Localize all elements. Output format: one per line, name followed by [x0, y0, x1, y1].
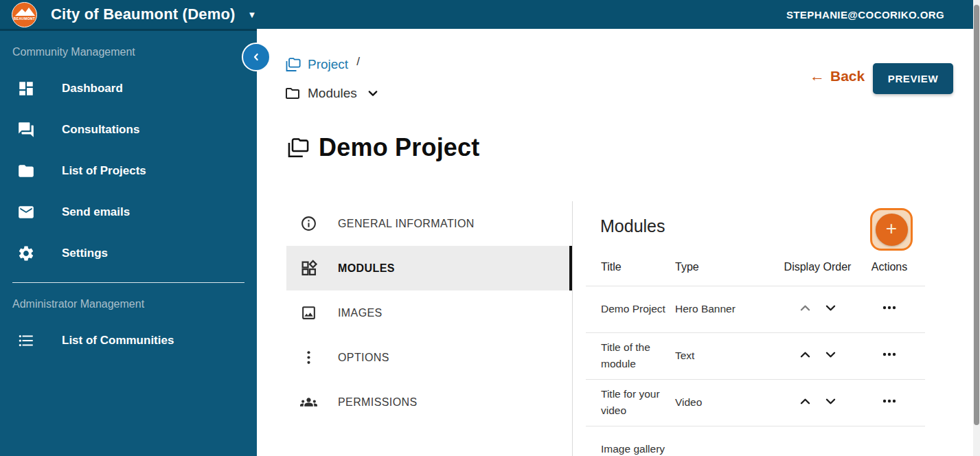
module-type: Hero Banner: [675, 286, 782, 332]
table-row: Demo Project Hero Banner: [586, 286, 925, 332]
logo-label: BEAUMONT: [12, 16, 36, 21]
tab-images[interactable]: IMAGES: [286, 290, 572, 335]
module-type: Video: [675, 379, 782, 426]
info-icon: [300, 215, 317, 232]
beaumont-logo: BEAUMONT: [12, 2, 37, 27]
stacked-folders-icon: [286, 136, 309, 159]
folder-outline-icon: [284, 85, 301, 102]
move-up-icon: [799, 301, 812, 315]
sidebar-item-consultations[interactable]: Consultations: [0, 109, 257, 150]
sidebar-section-community-management: Community Management: [0, 31, 257, 58]
breadcrumb-project-link[interactable]: Project: [308, 57, 348, 72]
move-down-icon[interactable]: [824, 348, 837, 361]
chat-icon: [17, 121, 35, 139]
mountain-icon: [23, 8, 35, 16]
tab-permissions[interactable]: PERMISSIONS: [286, 380, 572, 424]
image-icon: [300, 304, 317, 321]
vertical-divider: [572, 201, 573, 456]
sidebar-item-list-of-projects[interactable]: List of Projects: [0, 150, 257, 192]
breadcrumb: Project /: [284, 56, 360, 73]
module-type: Text: [675, 332, 782, 379]
breadcrumb-current-row: Modules: [284, 85, 379, 102]
move-up-icon[interactable]: [799, 395, 812, 408]
list-icon: [17, 332, 35, 350]
modules-table: Title Type Display Order Actions Demo Pr…: [586, 251, 925, 456]
breadcrumb-separator: /: [356, 55, 360, 69]
sidebar-item-dashboard[interactable]: Dashboard: [0, 68, 257, 109]
project-tabs: GENERAL INFORMATION MODULES IMAGES OPTIO…: [286, 201, 572, 424]
tab-modules[interactable]: MODULES: [286, 246, 572, 290]
preview-button[interactable]: PREVIEW: [873, 63, 953, 94]
community-dropdown-caret-icon[interactable]: ▼: [248, 10, 257, 20]
top-header-bar: BEAUMONT City of Beaumont (Demo) ▼ STEPH…: [0, 0, 980, 29]
scrollbar-thumb[interactable]: [974, 5, 979, 425]
gear-icon: [17, 244, 35, 262]
more-actions-icon[interactable]: [881, 299, 898, 316]
dots-vertical-icon: [300, 349, 317, 366]
modules-panel: Modules + Title Type Display Order Actio…: [586, 201, 925, 456]
app-window: BEAUMONT City of Beaumont (Demo) ▼ STEPH…: [0, 0, 980, 456]
sidebar-item-list-of-communities[interactable]: List of Communities: [0, 320, 257, 361]
breadcrumb-modules[interactable]: Modules: [308, 86, 357, 101]
tab-options[interactable]: OPTIONS: [286, 335, 572, 380]
community-name[interactable]: City of Beaumont (Demo): [51, 5, 236, 23]
plus-icon: +: [876, 214, 908, 246]
dashboard-icon: [17, 80, 35, 98]
chevron-down-icon[interactable]: [367, 87, 379, 100]
more-actions-icon[interactable]: [881, 346, 898, 363]
people-icon: [300, 394, 317, 411]
column-header-type: Type: [675, 251, 782, 286]
module-title: Title for your video: [586, 379, 675, 426]
main-content: Project / Modules ← Back PREVIEW Demo Pr…: [257, 29, 973, 456]
back-label: Back: [830, 68, 865, 84]
page-title: Demo Project: [319, 133, 479, 162]
back-link[interactable]: ← Back: [810, 67, 865, 85]
move-up-icon[interactable]: [799, 348, 812, 361]
move-down-icon[interactable]: [824, 395, 837, 408]
table-header-row: Title Type Display Order Actions: [586, 251, 925, 286]
sidebar-collapse-button[interactable]: [242, 43, 271, 71]
column-header-display-order: Display Order: [782, 251, 854, 286]
add-module-button[interactable]: +: [870, 208, 913, 251]
column-header-actions: Actions: [854, 251, 925, 286]
page-title-row: Demo Project: [286, 133, 479, 162]
user-email[interactable]: STEPHANIE@COCORIKO.ORG: [786, 9, 944, 21]
left-arrow-icon: ←: [810, 67, 825, 85]
modules-icon: [300, 260, 317, 277]
move-down-icon[interactable]: [824, 301, 837, 315]
module-title: Title of the module: [586, 332, 675, 379]
module-title: Demo Project: [586, 286, 675, 332]
chevron-left-icon: [251, 52, 262, 62]
stacked-folders-icon: [284, 56, 301, 73]
table-row: Image gallery: [586, 426, 925, 456]
table-row: Title of the module Text: [586, 332, 925, 379]
folder-icon: [17, 162, 35, 180]
sidebar-item-send-emails[interactable]: Send emails: [0, 192, 257, 233]
sidebar-section-administrator-management: Administrator Management: [0, 283, 257, 310]
table-row: Title for your video Video: [586, 379, 925, 426]
module-type: [675, 426, 782, 456]
sidebar-item-settings[interactable]: Settings: [0, 233, 257, 274]
more-actions-icon[interactable]: [881, 393, 898, 409]
tab-general-information[interactable]: GENERAL INFORMATION: [286, 201, 572, 246]
column-header-title: Title: [586, 251, 675, 286]
sidebar: Community Management Dashboard Consultat…: [0, 29, 257, 456]
envelope-icon: [17, 203, 35, 221]
vertical-scrollbar[interactable]: [973, 0, 980, 456]
module-title: Image gallery: [586, 426, 675, 456]
